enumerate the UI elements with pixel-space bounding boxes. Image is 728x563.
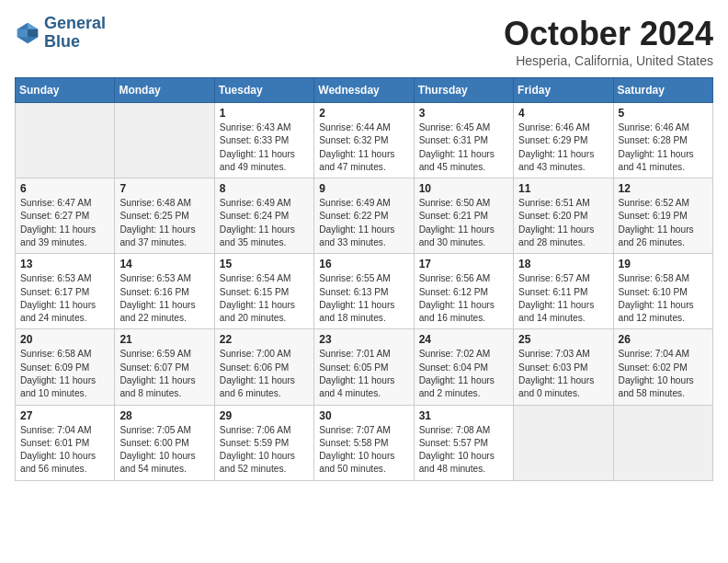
svg-marker-3: [17, 29, 28, 37]
column-header-friday: Friday: [514, 78, 613, 103]
calendar-cell: [16, 103, 115, 178]
calendar-cell: 26Sunrise: 7:04 AM Sunset: 6:02 PM Dayli…: [613, 329, 712, 405]
day-number: 31: [419, 409, 508, 422]
column-header-monday: Monday: [115, 78, 214, 103]
column-header-thursday: Thursday: [414, 78, 513, 103]
calendar-cell: [613, 405, 712, 480]
week-row-2: 6Sunrise: 6:47 AM Sunset: 6:27 PM Daylig…: [16, 178, 713, 254]
cell-info: Sunrise: 6:46 AM Sunset: 6:29 PM Dayligh…: [518, 121, 608, 174]
cell-info: Sunrise: 7:07 AM Sunset: 5:58 PM Dayligh…: [319, 424, 408, 477]
calendar-cell: 18Sunrise: 6:57 AM Sunset: 6:11 PM Dayli…: [514, 254, 613, 329]
calendar-cell: [115, 103, 214, 178]
cell-info: Sunrise: 6:53 AM Sunset: 6:16 PM Dayligh…: [119, 272, 209, 325]
day-number: 9: [319, 182, 408, 195]
calendar-cell: 14Sunrise: 6:53 AM Sunset: 6:16 PM Dayli…: [115, 254, 214, 329]
day-number: 11: [518, 182, 608, 195]
calendar-cell: 25Sunrise: 7:03 AM Sunset: 6:03 PM Dayli…: [514, 329, 613, 405]
day-number: 26: [619, 333, 708, 346]
day-number: 19: [619, 258, 708, 270]
cell-info: Sunrise: 6:55 AM Sunset: 6:13 PM Dayligh…: [319, 272, 408, 325]
day-number: 21: [119, 333, 209, 346]
location: Hesperia, California, United States: [504, 53, 713, 68]
calendar-cell: 17Sunrise: 6:56 AM Sunset: 6:12 PM Dayli…: [414, 254, 513, 329]
calendar-cell: 13Sunrise: 6:53 AM Sunset: 6:17 PM Dayli…: [16, 254, 115, 329]
day-number: 12: [619, 182, 708, 195]
calendar-cell: 20Sunrise: 6:58 AM Sunset: 6:09 PM Dayli…: [16, 329, 115, 405]
day-number: 20: [20, 333, 109, 346]
day-number: 22: [220, 333, 309, 346]
cell-info: Sunrise: 6:45 AM Sunset: 6:31 PM Dayligh…: [419, 121, 508, 174]
calendar-cell: 1Sunrise: 6:43 AM Sunset: 6:33 PM Daylig…: [214, 103, 313, 178]
cell-info: Sunrise: 6:44 AM Sunset: 6:32 PM Dayligh…: [319, 121, 408, 174]
calendar-cell: 12Sunrise: 6:52 AM Sunset: 6:19 PM Dayli…: [613, 178, 712, 254]
cell-info: Sunrise: 7:02 AM Sunset: 6:04 PM Dayligh…: [419, 348, 508, 400]
calendar-cell: 7Sunrise: 6:48 AM Sunset: 6:25 PM Daylig…: [115, 178, 214, 254]
day-number: 30: [319, 409, 408, 422]
calendar-cell: 19Sunrise: 6:58 AM Sunset: 6:10 PM Dayli…: [613, 254, 712, 329]
logo-icon: [15, 20, 40, 46]
week-row-3: 13Sunrise: 6:53 AM Sunset: 6:17 PM Dayli…: [16, 254, 713, 329]
day-number: 13: [20, 258, 109, 270]
day-number: 29: [220, 409, 309, 422]
column-header-sunday: Sunday: [16, 78, 115, 103]
calendar-cell: 8Sunrise: 6:49 AM Sunset: 6:24 PM Daylig…: [214, 178, 313, 254]
week-row-4: 20Sunrise: 6:58 AM Sunset: 6:09 PM Dayli…: [16, 329, 713, 405]
calendar-cell: 9Sunrise: 6:49 AM Sunset: 6:22 PM Daylig…: [314, 178, 414, 254]
day-number: 23: [319, 333, 408, 346]
logo-text: General Blue: [44, 15, 106, 52]
calendar-cell: 3Sunrise: 6:45 AM Sunset: 6:31 PM Daylig…: [414, 103, 513, 178]
calendar-cell: 23Sunrise: 7:01 AM Sunset: 6:05 PM Dayli…: [314, 329, 414, 405]
cell-info: Sunrise: 6:56 AM Sunset: 6:12 PM Dayligh…: [419, 272, 508, 325]
day-number: 16: [319, 258, 408, 270]
day-number: 25: [518, 333, 608, 346]
cell-info: Sunrise: 7:03 AM Sunset: 6:03 PM Dayligh…: [518, 348, 608, 400]
svg-marker-4: [28, 37, 38, 43]
calendar-cell: 21Sunrise: 6:59 AM Sunset: 6:07 PM Dayli…: [115, 329, 214, 405]
cell-info: Sunrise: 7:00 AM Sunset: 6:06 PM Dayligh…: [220, 348, 309, 400]
cell-info: Sunrise: 6:46 AM Sunset: 6:28 PM Dayligh…: [619, 121, 708, 174]
calendar-cell: 6Sunrise: 6:47 AM Sunset: 6:27 PM Daylig…: [16, 178, 115, 254]
day-number: 18: [518, 258, 608, 270]
day-number: 4: [518, 107, 608, 120]
day-number: 10: [419, 182, 508, 195]
calendar-cell: 11Sunrise: 6:51 AM Sunset: 6:20 PM Dayli…: [514, 178, 613, 254]
cell-info: Sunrise: 6:49 AM Sunset: 6:24 PM Dayligh…: [220, 197, 309, 249]
cell-info: Sunrise: 7:04 AM Sunset: 6:02 PM Dayligh…: [619, 348, 708, 400]
cell-info: Sunrise: 6:53 AM Sunset: 6:17 PM Dayligh…: [20, 272, 109, 325]
cell-info: Sunrise: 7:05 AM Sunset: 6:00 PM Dayligh…: [119, 424, 209, 477]
cell-info: Sunrise: 6:57 AM Sunset: 6:11 PM Dayligh…: [518, 272, 608, 325]
day-number: 24: [419, 333, 508, 346]
month-title: October 2024: [504, 15, 713, 53]
day-number: 2: [319, 107, 408, 120]
day-number: 17: [419, 258, 508, 270]
calendar-cell: 2Sunrise: 6:44 AM Sunset: 6:32 PM Daylig…: [314, 103, 414, 178]
cell-info: Sunrise: 6:51 AM Sunset: 6:20 PM Dayligh…: [518, 197, 608, 249]
day-number: 5: [619, 107, 708, 120]
day-number: 14: [119, 258, 209, 270]
cell-info: Sunrise: 7:01 AM Sunset: 6:05 PM Dayligh…: [319, 348, 408, 400]
cell-info: Sunrise: 7:08 AM Sunset: 5:57 PM Dayligh…: [419, 424, 508, 477]
calendar-cell: 10Sunrise: 6:50 AM Sunset: 6:21 PM Dayli…: [414, 178, 513, 254]
calendar-cell: 24Sunrise: 7:02 AM Sunset: 6:04 PM Dayli…: [414, 329, 513, 405]
day-number: 7: [119, 182, 209, 195]
calendar-cell: 4Sunrise: 6:46 AM Sunset: 6:29 PM Daylig…: [514, 103, 613, 178]
day-number: 1: [220, 107, 309, 120]
column-header-tuesday: Tuesday: [214, 78, 313, 103]
calendar-cell: 22Sunrise: 7:00 AM Sunset: 6:06 PM Dayli…: [214, 329, 313, 405]
week-row-1: 1Sunrise: 6:43 AM Sunset: 6:33 PM Daylig…: [16, 103, 713, 178]
calendar-cell: 31Sunrise: 7:08 AM Sunset: 5:57 PM Dayli…: [414, 405, 513, 480]
cell-info: Sunrise: 6:59 AM Sunset: 6:07 PM Dayligh…: [119, 348, 209, 400]
cell-info: Sunrise: 6:49 AM Sunset: 6:22 PM Dayligh…: [319, 197, 408, 249]
page-header: General Blue October 2024 Hesperia, Cali…: [15, 15, 713, 68]
cell-info: Sunrise: 6:48 AM Sunset: 6:25 PM Dayligh…: [119, 197, 209, 249]
cell-info: Sunrise: 6:47 AM Sunset: 6:27 PM Dayligh…: [20, 197, 109, 249]
calendar-cell: 28Sunrise: 7:05 AM Sunset: 6:00 PM Dayli…: [115, 405, 214, 480]
calendar-cell: 30Sunrise: 7:07 AM Sunset: 5:58 PM Dayli…: [314, 405, 414, 480]
calendar-table: SundayMondayTuesdayWednesdayThursdayFrid…: [15, 77, 713, 481]
calendar-cell: 16Sunrise: 6:55 AM Sunset: 6:13 PM Dayli…: [314, 254, 414, 329]
calendar-header-row: SundayMondayTuesdayWednesdayThursdayFrid…: [16, 78, 713, 103]
cell-info: Sunrise: 6:58 AM Sunset: 6:10 PM Dayligh…: [619, 272, 708, 325]
calendar-cell: 29Sunrise: 7:06 AM Sunset: 5:59 PM Dayli…: [214, 405, 313, 480]
cell-info: Sunrise: 6:54 AM Sunset: 6:15 PM Dayligh…: [220, 272, 309, 325]
cell-info: Sunrise: 6:50 AM Sunset: 6:21 PM Dayligh…: [419, 197, 508, 249]
